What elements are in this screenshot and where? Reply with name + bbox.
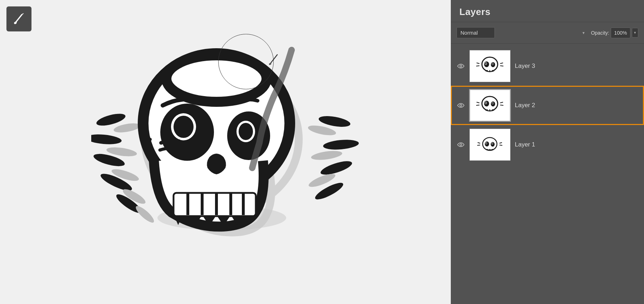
svg-point-44 <box>460 65 462 67</box>
svg-point-26 <box>174 116 194 138</box>
svg-point-74 <box>460 144 462 146</box>
svg-point-23 <box>166 55 267 102</box>
svg-point-19 <box>311 149 343 161</box>
svg-point-63 <box>485 102 487 104</box>
svg-point-15 <box>323 138 359 151</box>
layer1-visibility-toggle[interactable] <box>457 141 465 148</box>
layer1-name: Layer 1 <box>515 141 535 148</box>
svg-line-56 <box>476 66 479 66</box>
svg-line-72 <box>500 102 503 103</box>
layer-item-1[interactable]: Layer 1 <box>451 125 644 164</box>
opacity-control: Opacity: 100% ▾ <box>591 28 638 38</box>
svg-line-2 <box>22 14 23 15</box>
layer-item-3[interactable]: Layer 3 <box>451 46 644 86</box>
svg-line-71 <box>476 105 479 105</box>
eye-icon-layer3 <box>457 63 465 69</box>
skull-svg <box>91 32 360 282</box>
svg-line-73 <box>500 105 503 105</box>
layer3-name: Layer 3 <box>515 63 535 70</box>
svg-point-5 <box>91 133 122 145</box>
svg-point-59 <box>460 104 462 106</box>
svg-point-78 <box>486 142 487 144</box>
svg-point-51 <box>492 63 493 64</box>
eye-icon-layer2 <box>457 103 465 108</box>
svg-point-29 <box>239 123 253 140</box>
svg-line-58 <box>500 66 503 66</box>
layer1-thumb-svg <box>473 131 507 158</box>
blend-mode-wrapper[interactable]: Normal Dissolve Multiply Screen Overlay … <box>457 27 587 38</box>
skull-illustration <box>91 32 360 282</box>
opacity-dropdown-arrow[interactable]: ▾ <box>632 28 638 38</box>
layer3-thumbnail <box>469 50 511 82</box>
svg-line-55 <box>477 63 479 64</box>
layer2-thumbnail <box>469 89 511 121</box>
layers-panel: Layers Normal Dissolve Multiply Screen O… <box>451 0 644 304</box>
opacity-value[interactable]: 100% <box>611 28 630 38</box>
layers-controls: Normal Dissolve Multiply Screen Overlay … <box>451 22 644 44</box>
layer1-thumbnail <box>469 129 511 161</box>
eye-icon-layer1 <box>457 142 465 148</box>
opacity-label: Opacity: <box>591 30 609 36</box>
svg-line-57 <box>500 63 503 64</box>
svg-point-16 <box>319 158 353 177</box>
layer3-thumb-svg <box>473 53 507 80</box>
svg-line-85 <box>478 143 480 143</box>
svg-point-48 <box>485 63 487 64</box>
tool-icon-box <box>6 6 31 31</box>
layers-list: Layer 3 <box>451 44 644 167</box>
svg-line-0 <box>16 15 22 22</box>
canvas-area[interactable] <box>0 0 451 304</box>
svg-line-88 <box>499 145 502 145</box>
layer-item-2[interactable]: Layer 2 <box>451 86 644 125</box>
panel-title: Layers <box>459 6 491 17</box>
svg-line-86 <box>477 145 480 145</box>
svg-point-13 <box>134 204 156 225</box>
svg-line-87 <box>499 143 502 143</box>
svg-point-9 <box>113 121 141 134</box>
svg-point-66 <box>492 102 493 104</box>
brush-icon <box>11 11 27 27</box>
svg-line-70 <box>477 102 479 103</box>
svg-point-76 <box>485 141 489 146</box>
layer2-name: Layer 2 <box>515 102 535 109</box>
layer2-thumb-svg <box>473 92 507 119</box>
layer3-visibility-toggle[interactable] <box>457 63 465 69</box>
blend-mode-select[interactable]: Normal Dissolve Multiply Screen Overlay … <box>457 27 495 38</box>
layer2-visibility-toggle[interactable] <box>457 102 465 109</box>
svg-point-81 <box>492 143 493 144</box>
layers-header: Layers <box>451 0 644 22</box>
